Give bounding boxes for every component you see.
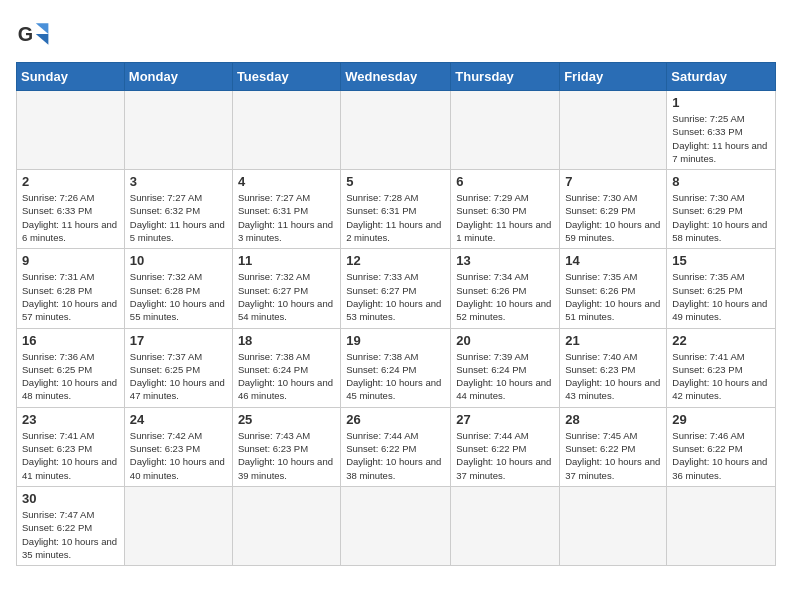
calendar-cell: 28Sunrise: 7:45 AMSunset: 6:22 PMDayligh… xyxy=(560,407,667,486)
day-info: Sunrise: 7:32 AMSunset: 6:27 PMDaylight:… xyxy=(238,270,335,323)
calendar-week-1: 2Sunrise: 7:26 AMSunset: 6:33 PMDaylight… xyxy=(17,170,776,249)
day-number: 8 xyxy=(672,174,770,189)
calendar-cell: 18Sunrise: 7:38 AMSunset: 6:24 PMDayligh… xyxy=(232,328,340,407)
day-info: Sunrise: 7:32 AMSunset: 6:28 PMDaylight:… xyxy=(130,270,227,323)
calendar: SundayMondayTuesdayWednesdayThursdayFrid… xyxy=(16,62,776,566)
calendar-cell xyxy=(451,486,560,565)
calendar-cell xyxy=(124,91,232,170)
day-number: 5 xyxy=(346,174,445,189)
calendar-cell: 19Sunrise: 7:38 AMSunset: 6:24 PMDayligh… xyxy=(341,328,451,407)
day-info: Sunrise: 7:41 AMSunset: 6:23 PMDaylight:… xyxy=(22,429,119,482)
day-info: Sunrise: 7:37 AMSunset: 6:25 PMDaylight:… xyxy=(130,350,227,403)
day-number: 21 xyxy=(565,333,661,348)
day-info: Sunrise: 7:44 AMSunset: 6:22 PMDaylight:… xyxy=(456,429,554,482)
day-info: Sunrise: 7:39 AMSunset: 6:24 PMDaylight:… xyxy=(456,350,554,403)
calendar-cell: 3Sunrise: 7:27 AMSunset: 6:32 PMDaylight… xyxy=(124,170,232,249)
calendar-cell: 21Sunrise: 7:40 AMSunset: 6:23 PMDayligh… xyxy=(560,328,667,407)
day-info: Sunrise: 7:45 AMSunset: 6:22 PMDaylight:… xyxy=(565,429,661,482)
calendar-week-0: 1Sunrise: 7:25 AMSunset: 6:33 PMDaylight… xyxy=(17,91,776,170)
calendar-week-3: 16Sunrise: 7:36 AMSunset: 6:25 PMDayligh… xyxy=(17,328,776,407)
day-info: Sunrise: 7:27 AMSunset: 6:32 PMDaylight:… xyxy=(130,191,227,244)
day-info: Sunrise: 7:35 AMSunset: 6:25 PMDaylight:… xyxy=(672,270,770,323)
weekday-header-tuesday: Tuesday xyxy=(232,63,340,91)
day-info: Sunrise: 7:34 AMSunset: 6:26 PMDaylight:… xyxy=(456,270,554,323)
weekday-header-sunday: Sunday xyxy=(17,63,125,91)
page: G SundayMondayTuesdayWednesdayThursdayFr… xyxy=(0,0,792,574)
day-info: Sunrise: 7:25 AMSunset: 6:33 PMDaylight:… xyxy=(672,112,770,165)
calendar-cell: 20Sunrise: 7:39 AMSunset: 6:24 PMDayligh… xyxy=(451,328,560,407)
calendar-cell: 16Sunrise: 7:36 AMSunset: 6:25 PMDayligh… xyxy=(17,328,125,407)
calendar-cell: 10Sunrise: 7:32 AMSunset: 6:28 PMDayligh… xyxy=(124,249,232,328)
day-number: 28 xyxy=(565,412,661,427)
calendar-cell xyxy=(341,91,451,170)
calendar-cell xyxy=(124,486,232,565)
day-number: 7 xyxy=(565,174,661,189)
calendar-header: SundayMondayTuesdayWednesdayThursdayFrid… xyxy=(17,63,776,91)
calendar-cell xyxy=(667,486,776,565)
calendar-cell: 25Sunrise: 7:43 AMSunset: 6:23 PMDayligh… xyxy=(232,407,340,486)
calendar-week-5: 30Sunrise: 7:47 AMSunset: 6:22 PMDayligh… xyxy=(17,486,776,565)
calendar-cell: 7Sunrise: 7:30 AMSunset: 6:29 PMDaylight… xyxy=(560,170,667,249)
day-info: Sunrise: 7:33 AMSunset: 6:27 PMDaylight:… xyxy=(346,270,445,323)
svg-marker-1 xyxy=(36,23,49,34)
calendar-cell: 14Sunrise: 7:35 AMSunset: 6:26 PMDayligh… xyxy=(560,249,667,328)
calendar-cell: 15Sunrise: 7:35 AMSunset: 6:25 PMDayligh… xyxy=(667,249,776,328)
calendar-cell: 5Sunrise: 7:28 AMSunset: 6:31 PMDaylight… xyxy=(341,170,451,249)
day-info: Sunrise: 7:30 AMSunset: 6:29 PMDaylight:… xyxy=(672,191,770,244)
calendar-cell: 2Sunrise: 7:26 AMSunset: 6:33 PMDaylight… xyxy=(17,170,125,249)
calendar-cell xyxy=(232,486,340,565)
calendar-body: 1Sunrise: 7:25 AMSunset: 6:33 PMDaylight… xyxy=(17,91,776,566)
weekday-header-monday: Monday xyxy=(124,63,232,91)
calendar-cell xyxy=(232,91,340,170)
calendar-week-2: 9Sunrise: 7:31 AMSunset: 6:28 PMDaylight… xyxy=(17,249,776,328)
calendar-cell: 11Sunrise: 7:32 AMSunset: 6:27 PMDayligh… xyxy=(232,249,340,328)
day-info: Sunrise: 7:36 AMSunset: 6:25 PMDaylight:… xyxy=(22,350,119,403)
day-number: 20 xyxy=(456,333,554,348)
day-number: 19 xyxy=(346,333,445,348)
calendar-cell: 8Sunrise: 7:30 AMSunset: 6:29 PMDaylight… xyxy=(667,170,776,249)
day-number: 26 xyxy=(346,412,445,427)
calendar-cell: 9Sunrise: 7:31 AMSunset: 6:28 PMDaylight… xyxy=(17,249,125,328)
calendar-cell: 30Sunrise: 7:47 AMSunset: 6:22 PMDayligh… xyxy=(17,486,125,565)
day-number: 18 xyxy=(238,333,335,348)
calendar-cell: 26Sunrise: 7:44 AMSunset: 6:22 PMDayligh… xyxy=(341,407,451,486)
calendar-cell: 24Sunrise: 7:42 AMSunset: 6:23 PMDayligh… xyxy=(124,407,232,486)
day-number: 17 xyxy=(130,333,227,348)
calendar-cell: 22Sunrise: 7:41 AMSunset: 6:23 PMDayligh… xyxy=(667,328,776,407)
calendar-week-4: 23Sunrise: 7:41 AMSunset: 6:23 PMDayligh… xyxy=(17,407,776,486)
day-number: 6 xyxy=(456,174,554,189)
day-number: 15 xyxy=(672,253,770,268)
day-number: 3 xyxy=(130,174,227,189)
day-number: 29 xyxy=(672,412,770,427)
day-info: Sunrise: 7:31 AMSunset: 6:28 PMDaylight:… xyxy=(22,270,119,323)
calendar-cell: 12Sunrise: 7:33 AMSunset: 6:27 PMDayligh… xyxy=(341,249,451,328)
svg-text:G: G xyxy=(18,23,33,45)
day-info: Sunrise: 7:42 AMSunset: 6:23 PMDaylight:… xyxy=(130,429,227,482)
calendar-cell: 4Sunrise: 7:27 AMSunset: 6:31 PMDaylight… xyxy=(232,170,340,249)
day-info: Sunrise: 7:30 AMSunset: 6:29 PMDaylight:… xyxy=(565,191,661,244)
day-number: 14 xyxy=(565,253,661,268)
calendar-cell xyxy=(17,91,125,170)
day-info: Sunrise: 7:40 AMSunset: 6:23 PMDaylight:… xyxy=(565,350,661,403)
calendar-cell: 23Sunrise: 7:41 AMSunset: 6:23 PMDayligh… xyxy=(17,407,125,486)
day-number: 30 xyxy=(22,491,119,506)
calendar-cell xyxy=(560,91,667,170)
day-info: Sunrise: 7:46 AMSunset: 6:22 PMDaylight:… xyxy=(672,429,770,482)
calendar-cell: 13Sunrise: 7:34 AMSunset: 6:26 PMDayligh… xyxy=(451,249,560,328)
weekday-row: SundayMondayTuesdayWednesdayThursdayFrid… xyxy=(17,63,776,91)
day-number: 27 xyxy=(456,412,554,427)
day-number: 1 xyxy=(672,95,770,110)
day-info: Sunrise: 7:38 AMSunset: 6:24 PMDaylight:… xyxy=(238,350,335,403)
day-number: 11 xyxy=(238,253,335,268)
day-info: Sunrise: 7:44 AMSunset: 6:22 PMDaylight:… xyxy=(346,429,445,482)
day-number: 12 xyxy=(346,253,445,268)
svg-marker-2 xyxy=(36,34,49,45)
weekday-header-friday: Friday xyxy=(560,63,667,91)
day-number: 23 xyxy=(22,412,119,427)
weekday-header-saturday: Saturday xyxy=(667,63,776,91)
calendar-cell: 17Sunrise: 7:37 AMSunset: 6:25 PMDayligh… xyxy=(124,328,232,407)
weekday-header-wednesday: Wednesday xyxy=(341,63,451,91)
day-number: 10 xyxy=(130,253,227,268)
day-info: Sunrise: 7:28 AMSunset: 6:31 PMDaylight:… xyxy=(346,191,445,244)
day-number: 2 xyxy=(22,174,119,189)
